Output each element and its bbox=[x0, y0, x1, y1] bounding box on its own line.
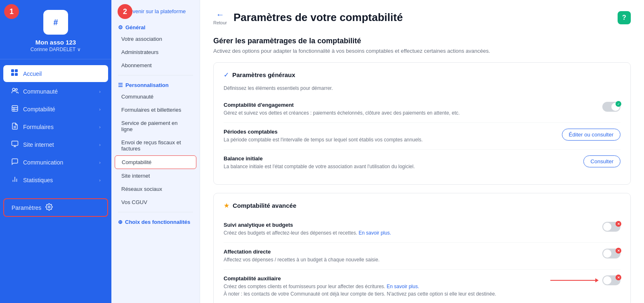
check-blue-icon: ✓ bbox=[224, 71, 229, 79]
param-info-auxiliaire: Comptabilité auxiliaire Créez des compte… bbox=[224, 275, 542, 298]
sub-nav-item-paiement[interactable]: Service de paiement en ligne bbox=[115, 117, 196, 136]
param-action-engagement[interactable]: ✓ bbox=[602, 102, 620, 112]
section-title-row: Gérer les paramètrages de la comptabilit… bbox=[213, 37, 631, 45]
main-header: ← Retour Paramètres de votre comptabilit… bbox=[213, 10, 631, 25]
sub-nav-item-site-internet[interactable]: Site internet bbox=[115, 169, 196, 182]
chevron-right-icon6: › bbox=[99, 178, 101, 183]
param-action-affectation[interactable]: ✕ bbox=[602, 249, 620, 258]
editer-consulter-button[interactable]: Éditer ou consulter bbox=[562, 129, 620, 141]
gear-icon bbox=[45, 203, 53, 212]
section-main-title: Gérer les paramètrages de la comptabilit… bbox=[213, 37, 631, 45]
monitor-icon bbox=[11, 140, 19, 149]
param-info-engagement: Comptabilité d'engagement Gérez et suive… bbox=[224, 102, 594, 117]
sub-nav-divider-1 bbox=[118, 75, 193, 75]
param-row-analytique: Suivi analytique et budgets Créez des bu… bbox=[224, 216, 620, 243]
param-desc-periodes: La période comptable est l'intervalle de… bbox=[224, 136, 554, 143]
param-row-auxiliaire: Comptabilité auxiliaire Créez des compte… bbox=[224, 270, 620, 303]
sidebar-item-accueil[interactable]: Accueil bbox=[3, 65, 108, 82]
users-icon bbox=[11, 87, 19, 96]
sub-nav-item-administrateurs[interactable]: Administrateurs bbox=[115, 46, 196, 59]
param-desc-auxiliaire: Créez des comptes clients et fournisseur… bbox=[224, 283, 542, 298]
sidebar-item-label-statistiques: Statistiques bbox=[23, 177, 95, 183]
toggle-x-badge-auxiliaire: ✕ bbox=[616, 275, 621, 280]
sub-nav-item-votre-association[interactable]: Votre association bbox=[115, 33, 196, 45]
toggle-engagement[interactable]: ✓ bbox=[602, 102, 620, 112]
sub-nav-item-recus[interactable]: Envoi de reçus fiscaux et factures bbox=[115, 136, 196, 155]
sidebar-item-label-site: Site internet bbox=[23, 141, 95, 148]
param-info-balance: Balance initiale La balance initiale est… bbox=[224, 155, 575, 170]
param-action-auxiliaire[interactable]: ✕ bbox=[550, 275, 620, 285]
svg-rect-3 bbox=[15, 69, 18, 72]
sub-nav-divider-2 bbox=[118, 212, 193, 212]
step-badge-1: 1 bbox=[4, 4, 19, 19]
svg-rect-4 bbox=[11, 73, 14, 76]
sidebar-item-formulaires[interactable]: Formulaires › bbox=[3, 118, 108, 135]
param-desc-balance: La balance initiale est l'état comptable… bbox=[224, 163, 562, 170]
consulter-button[interactable]: Consulter bbox=[583, 155, 620, 167]
toggle-check-badge: ✓ bbox=[616, 101, 621, 107]
sidebar-item-communaute[interactable]: Communauté › bbox=[3, 83, 108, 100]
param-desc-affectation: Affectez vos dépenses / recettes à un bu… bbox=[224, 256, 562, 263]
main-content: ← Retour Paramètres de votre comptabilit… bbox=[200, 0, 644, 303]
param-name-analytique: Suivi analytique et budgets bbox=[224, 222, 594, 228]
sub-nav-item-abonnement[interactable]: Abonnement bbox=[115, 59, 196, 72]
chat-icon bbox=[11, 158, 19, 167]
chevron-right-icon4: › bbox=[99, 142, 101, 147]
param-name-auxiliaire: Comptabilité auxiliaire bbox=[224, 275, 542, 282]
sub-nav-item-reseaux[interactable]: Réseaux sociaux bbox=[115, 183, 196, 195]
chevron-right-icon3: › bbox=[99, 124, 101, 129]
svg-rect-5 bbox=[15, 73, 18, 76]
svg-point-6 bbox=[12, 88, 15, 91]
chevron-right-icon5: › bbox=[99, 160, 101, 165]
param-row-engagement: Comptabilité d'engagement Gérez et suive… bbox=[224, 96, 620, 123]
arrow-left-big-icon: ← bbox=[216, 10, 224, 19]
param-desc-engagement: Gérez et suivez vos dettes et créances :… bbox=[224, 109, 562, 117]
param-row-affectation: Affectation directe Affectez vos dépense… bbox=[224, 243, 620, 270]
sidebar-item-comptabilite[interactable]: Comptabilité › bbox=[3, 101, 108, 117]
param-info-periodes: Périodes comptables La période comptable… bbox=[224, 129, 554, 143]
svg-point-20 bbox=[48, 206, 50, 208]
sub-nav-item-cguv[interactable]: Vos CGUV bbox=[115, 196, 196, 209]
param-info-affectation: Affectation directe Affectez vos dépense… bbox=[224, 249, 594, 263]
param-name-affectation: Affectation directe bbox=[224, 249, 594, 255]
section-subtitle: Activez des options pour adapter la fonc… bbox=[213, 48, 631, 54]
toggle-auxiliaire[interactable]: ✕ bbox=[602, 275, 620, 285]
param-desc-analytique: Créez des budgets et affectez-leur des d… bbox=[224, 229, 562, 237]
help-button[interactable]: ? bbox=[618, 11, 631, 24]
svg-rect-8 bbox=[12, 106, 18, 111]
sidebar-item-parametres[interactable]: Paramètres bbox=[3, 198, 108, 217]
param-action-periodes[interactable]: Éditer ou consulter bbox=[562, 129, 620, 141]
svg-rect-14 bbox=[12, 141, 18, 146]
sub-nav-item-communaute[interactable]: Communauté bbox=[115, 90, 196, 103]
sidebar-item-statistiques[interactable]: Statistiques › bbox=[3, 171, 108, 188]
page-title: Paramètres de votre comptabilité bbox=[234, 11, 403, 24]
chevron-right-icon2: › bbox=[99, 107, 101, 112]
step-badge-2: 2 bbox=[118, 4, 132, 19]
card-header-generaux: ✓ Paramètres généraux bbox=[224, 71, 620, 79]
sidebar-item-communication[interactable]: Communication › bbox=[3, 154, 108, 171]
sub-nav-item-formulaires[interactable]: Formulaires et billetteries bbox=[115, 103, 196, 116]
param-name-periodes: Périodes comptables bbox=[224, 129, 554, 135]
star-icon: ★ bbox=[224, 202, 229, 209]
sub-nav-item-comptabilite[interactable]: Comptabilité bbox=[115, 155, 196, 169]
arrow-head bbox=[595, 278, 599, 282]
param-row-balance: Balance initiale La balance initiale est… bbox=[224, 150, 620, 176]
chart-icon bbox=[11, 176, 19, 184]
learn-more-link-analytique[interactable]: En savoir plus. bbox=[359, 230, 391, 236]
sub-nav-section-fonctionnalites[interactable]: ⊕ Choix des fonctionnalités bbox=[111, 216, 200, 227]
toggle-x-badge-affectation: ✕ bbox=[616, 248, 621, 254]
toggle-affectation[interactable]: ✕ bbox=[602, 249, 620, 258]
sidebar-item-label-communication: Communication bbox=[23, 159, 95, 166]
toggle-analytique[interactable]: ✕ bbox=[602, 222, 620, 232]
param-action-balance[interactable]: Consulter bbox=[583, 155, 620, 167]
card-header-avancee: ★ Comptabilité avancée bbox=[224, 202, 620, 209]
sidebar-item-site-internet[interactable]: Site internet › bbox=[3, 136, 108, 153]
sidebar-user: Corinne DARDELET ∨ bbox=[31, 47, 81, 52]
plus-circle-icon: ⊕ bbox=[118, 219, 123, 225]
sidebar: # Mon asso 123 Corinne DARDELET ∨ bbox=[0, 0, 111, 303]
learn-more-link-auxiliaire[interactable]: En savoir plus. bbox=[387, 284, 419, 289]
param-action-analytique[interactable]: ✕ bbox=[602, 222, 620, 232]
card-title-avancee: Comptabilité avancée bbox=[233, 202, 296, 209]
back-button[interactable]: ← Retour bbox=[213, 10, 227, 25]
card-params-generaux: ✓ Paramètres généraux Définissez les élé… bbox=[213, 62, 631, 185]
